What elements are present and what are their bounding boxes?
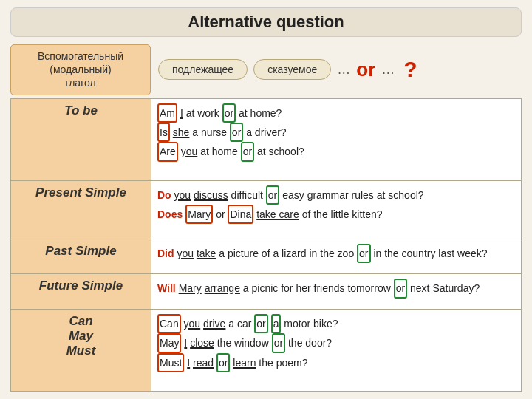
verb-header-box: Вспомогательный (модальный) глагол	[10, 44, 151, 95]
or-label: or	[356, 58, 375, 81]
highlighted-word: Are	[157, 142, 178, 161]
table-row: Future Simple Will Mary arrange a picnic…	[11, 274, 522, 309]
underlined-word: you	[184, 318, 201, 330]
verb-cell-present-simple: Present Simple	[11, 180, 151, 239]
underlined-word: I	[184, 337, 187, 349]
highlighted-word: Is	[157, 123, 170, 142]
example-line: Am I at work or at home?	[157, 103, 515, 123]
example-line: Is she a nurse or a driver?	[157, 123, 515, 142]
underlined-word: close	[190, 337, 214, 349]
verb-cell-modal: CanMayMust	[11, 309, 151, 391]
example-line: May I close the window or the door?	[157, 333, 515, 352]
verb-label-line2: (модальный)	[50, 64, 111, 75]
underlined-word: learn	[233, 357, 256, 369]
underlined-phrase: take care	[256, 208, 299, 220]
header-content-col: подлежащее сказуемое … or … ?	[151, 57, 522, 82]
highlighted-or: or	[241, 142, 254, 161]
example-cell-modal: Can you drive a car or a motor bike? May…	[151, 309, 522, 391]
verb-cell-to-be: To be	[11, 98, 151, 180]
underlined-word: arrange	[205, 282, 240, 294]
highlighted-word: May	[157, 333, 181, 352]
verb-cell-past-simple: Past Simple	[11, 239, 151, 273]
verb-label-line3: глагол	[65, 77, 95, 89]
question-mark: ?	[403, 57, 417, 82]
underlined-word: you	[174, 189, 191, 201]
highlighted-word: Mary	[185, 205, 213, 224]
highlighted-or: or	[357, 244, 370, 263]
dots-1: …	[337, 62, 350, 78]
example-line: Must I read or learn the poem?	[157, 353, 515, 372]
underlined-word: Mary	[179, 282, 202, 294]
dots-2: …	[381, 62, 395, 78]
highlighted-or: or	[216, 353, 230, 372]
highlighted-or: or	[254, 314, 267, 333]
highlighted-word: Must	[157, 353, 184, 372]
example-line: Do you discuss difficult or easy grammar…	[157, 185, 515, 205]
bold-word: Does	[157, 208, 183, 220]
page: Alternative question Вспомогательный (мо…	[0, 0, 532, 399]
underlined-word: I	[180, 107, 183, 119]
example-line: Will Mary arrange a picnic for her frien…	[157, 279, 515, 298]
table-row: Present Simple Do you discuss difficult …	[11, 180, 522, 239]
highlighted-word: Am	[157, 103, 177, 123]
example-cell-to-be: Am I at work or at home? Is she a nurse …	[151, 98, 522, 180]
highlighted-word: Can	[157, 314, 181, 333]
example-line: Did you take a picture of a lizard in th…	[157, 244, 515, 263]
example-cell-future-simple: Will Mary arrange a picnic for her frien…	[151, 274, 522, 309]
verb-cell-future-simple: Future Simple	[11, 274, 151, 309]
title-bar: Alternative question	[10, 7, 522, 37]
highlighted-or: or	[230, 123, 243, 142]
underlined-word: drive	[203, 318, 225, 330]
bold-word: Will	[157, 282, 176, 294]
underlined-word: you	[181, 146, 198, 157]
example-line: Can you drive a car or a motor bike?	[157, 314, 515, 333]
highlighted-or: or	[266, 185, 279, 205]
highlighted-or: or	[272, 333, 285, 352]
example-line: Are you at home or at school?	[157, 142, 515, 161]
verb-label-line1: Вспомогательный	[38, 50, 123, 62]
highlighted-or: or	[394, 279, 407, 298]
example-line: Does Mary or Dina take care of the littl…	[157, 205, 515, 224]
underlined-word: discuss	[194, 189, 228, 201]
underlined-word: take	[197, 248, 216, 259]
underlined-word: I	[187, 357, 190, 369]
underlined-word: she	[173, 126, 190, 138]
page-title: Alternative question	[18, 13, 514, 32]
examples-table: To be Am I at work or at home? Is she a …	[10, 98, 522, 392]
example-cell-present-simple: Do you discuss difficult or easy grammar…	[151, 180, 522, 239]
header-row: Вспомогательный (модальный) глагол подле…	[10, 44, 522, 95]
verb-header-col: Вспомогательный (модальный) глагол	[10, 44, 151, 95]
highlighted-word: Dina	[228, 205, 253, 224]
underlined-word: you	[177, 248, 194, 259]
underlined-word: read	[193, 357, 214, 369]
highlighted-or: or	[222, 103, 236, 123]
bold-word: Do	[157, 189, 171, 201]
example-cell-past-simple: Did you take a picture of a lizard in th…	[151, 239, 522, 273]
highlighted-word: a	[271, 314, 282, 333]
subject-pill: подлежащее	[158, 59, 248, 80]
table-row: CanMayMust Can you drive a car or a moto…	[11, 309, 522, 391]
table-row: Past Simple Did you take a picture of a …	[11, 239, 522, 273]
predicate-pill: сказуемое	[253, 59, 331, 80]
table-row: To be Am I at work or at home? Is she a …	[11, 98, 522, 180]
bold-word: Did	[157, 248, 174, 259]
